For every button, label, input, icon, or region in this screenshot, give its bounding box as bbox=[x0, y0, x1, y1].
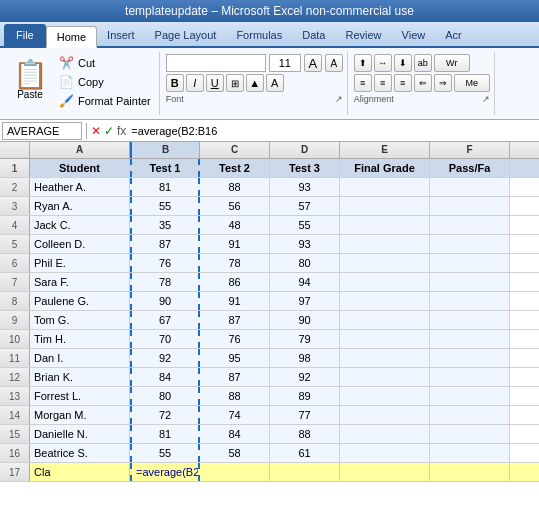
cut-button[interactable]: ✂️ Cut bbox=[54, 54, 155, 72]
cell[interactable]: 76 bbox=[130, 254, 200, 272]
paste-button[interactable]: 📋 Paste bbox=[8, 54, 52, 106]
col-header-c[interactable]: C bbox=[200, 142, 270, 158]
cell[interactable]: 90 bbox=[130, 292, 200, 310]
cell[interactable]: 95 bbox=[200, 349, 270, 367]
cell[interactable]: 35 bbox=[130, 216, 200, 234]
cell[interactable] bbox=[430, 273, 510, 291]
cell[interactable]: 92 bbox=[130, 349, 200, 367]
cell[interactable] bbox=[340, 178, 430, 196]
cell[interactable]: 61 bbox=[270, 444, 340, 462]
cell[interactable]: 77 bbox=[270, 406, 340, 424]
cell[interactable]: Dan I. bbox=[30, 349, 130, 367]
cell[interactable]: Cla bbox=[30, 463, 130, 481]
format-painter-button[interactable]: 🖌️ Format Painter bbox=[54, 92, 155, 110]
cell[interactable]: 57 bbox=[270, 197, 340, 215]
font-name-input[interactable] bbox=[166, 54, 266, 72]
cell[interactable] bbox=[430, 330, 510, 348]
cell[interactable]: 56 bbox=[200, 197, 270, 215]
cell[interactable]: 88 bbox=[200, 387, 270, 405]
cell[interactable] bbox=[340, 311, 430, 329]
cell[interactable]: Jack C. bbox=[30, 216, 130, 234]
cell[interactable]: Brian K. bbox=[30, 368, 130, 386]
cell[interactable] bbox=[430, 197, 510, 215]
cell[interactable]: Test 1 bbox=[130, 159, 200, 177]
col-header-a[interactable]: A bbox=[30, 142, 130, 158]
indent-increase-button[interactable]: ⇒ bbox=[434, 74, 452, 92]
insert-function-icon[interactable]: fx bbox=[117, 124, 126, 138]
cell[interactable] bbox=[430, 254, 510, 272]
cell[interactable] bbox=[430, 311, 510, 329]
cell[interactable]: 55 bbox=[130, 197, 200, 215]
cell[interactable]: 86 bbox=[200, 273, 270, 291]
cell[interactable]: Danielle N. bbox=[30, 425, 130, 443]
font-size-input[interactable] bbox=[269, 54, 301, 72]
tab-page-layout[interactable]: Page Layout bbox=[145, 24, 227, 46]
cell[interactable]: 94 bbox=[270, 273, 340, 291]
cell[interactable] bbox=[340, 387, 430, 405]
cell[interactable]: Tom G. bbox=[30, 311, 130, 329]
tab-data[interactable]: Data bbox=[292, 24, 335, 46]
align-left-button[interactable]: ≡ bbox=[354, 74, 372, 92]
cell[interactable]: 90 bbox=[270, 311, 340, 329]
cell[interactable] bbox=[340, 349, 430, 367]
cell[interactable]: 81 bbox=[130, 178, 200, 196]
cell[interactable]: 74 bbox=[200, 406, 270, 424]
tab-insert[interactable]: Insert bbox=[97, 24, 145, 46]
cell[interactable]: 87 bbox=[200, 368, 270, 386]
tab-home[interactable]: Home bbox=[46, 26, 97, 48]
cell[interactable] bbox=[340, 216, 430, 234]
cell[interactable]: 87 bbox=[200, 311, 270, 329]
cell[interactable] bbox=[340, 292, 430, 310]
fill-color-button[interactable]: ▲ bbox=[246, 74, 264, 92]
cell[interactable]: 67 bbox=[130, 311, 200, 329]
cell[interactable]: Phil E. bbox=[30, 254, 130, 272]
formula-input[interactable] bbox=[128, 122, 537, 140]
cell[interactable]: 76 bbox=[200, 330, 270, 348]
cell[interactable]: 92 bbox=[270, 368, 340, 386]
tab-acr[interactable]: Acr bbox=[435, 24, 472, 46]
col-header-e[interactable]: E bbox=[340, 142, 430, 158]
cell[interactable]: Heather A. bbox=[30, 178, 130, 196]
copy-button[interactable]: 📄 Copy bbox=[54, 73, 155, 91]
cell[interactable] bbox=[340, 254, 430, 272]
cell[interactable]: 88 bbox=[270, 425, 340, 443]
merge-button[interactable]: Me bbox=[454, 74, 490, 92]
cell[interactable]: 81 bbox=[130, 425, 200, 443]
cell[interactable] bbox=[430, 406, 510, 424]
confirm-formula-icon[interactable]: ✓ bbox=[104, 124, 114, 138]
cell[interactable]: Ryan A. bbox=[30, 197, 130, 215]
name-box[interactable] bbox=[2, 122, 82, 140]
cell[interactable]: 80 bbox=[270, 254, 340, 272]
cell[interactable] bbox=[340, 444, 430, 462]
cell[interactable]: Forrest L. bbox=[30, 387, 130, 405]
cell[interactable]: 72 bbox=[130, 406, 200, 424]
cell[interactable] bbox=[430, 425, 510, 443]
cell[interactable]: Paulene G. bbox=[30, 292, 130, 310]
cell[interactable]: Colleen D. bbox=[30, 235, 130, 253]
cell[interactable] bbox=[430, 444, 510, 462]
tab-review[interactable]: Review bbox=[335, 24, 391, 46]
cell[interactable]: Tim H. bbox=[30, 330, 130, 348]
cell[interactable] bbox=[430, 235, 510, 253]
cell[interactable]: 58 bbox=[200, 444, 270, 462]
cancel-formula-icon[interactable]: ✕ bbox=[91, 124, 101, 138]
cell[interactable] bbox=[430, 178, 510, 196]
align-middle-button[interactable]: ↔ bbox=[374, 54, 392, 72]
cell[interactable]: 98 bbox=[270, 349, 340, 367]
cell[interactable] bbox=[430, 216, 510, 234]
cell[interactable] bbox=[340, 273, 430, 291]
cell[interactable]: 79 bbox=[270, 330, 340, 348]
cell[interactable] bbox=[340, 235, 430, 253]
cell[interactable] bbox=[430, 349, 510, 367]
bold-button[interactable]: B bbox=[166, 74, 184, 92]
cell[interactable] bbox=[430, 463, 510, 481]
col-header-d[interactable]: D bbox=[270, 142, 340, 158]
cell[interactable]: 80 bbox=[130, 387, 200, 405]
cell[interactable] bbox=[340, 406, 430, 424]
cell[interactable]: Student bbox=[30, 159, 130, 177]
cell[interactable] bbox=[340, 197, 430, 215]
cell[interactable]: 84 bbox=[200, 425, 270, 443]
cell[interactable]: Beatrice S. bbox=[30, 444, 130, 462]
col-header-f[interactable]: F bbox=[430, 142, 510, 158]
cell[interactable]: Morgan M. bbox=[30, 406, 130, 424]
